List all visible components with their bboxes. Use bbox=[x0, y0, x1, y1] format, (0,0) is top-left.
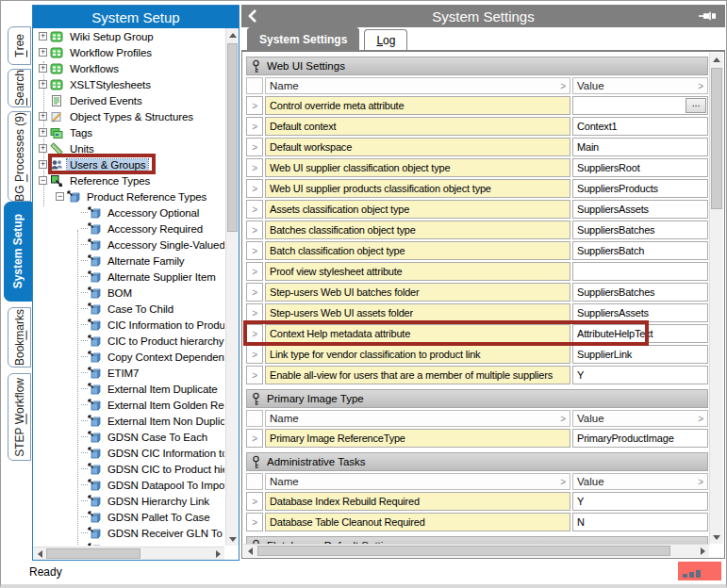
scroll-up-arrow[interactable] bbox=[710, 53, 723, 66]
column-header-name[interactable]: Name> bbox=[265, 77, 570, 94]
setting-name-cell[interactable]: Default workspace bbox=[265, 138, 570, 156]
setting-value-cell[interactable]: SupplierLink bbox=[572, 345, 708, 364]
setting-value-cell[interactable]: SuppliersBatches bbox=[572, 283, 708, 302]
scroll-down-arrow[interactable] bbox=[226, 532, 240, 546]
tree-item-external-item-non-duplicat[interactable]: External Item Non Duplicat bbox=[34, 413, 224, 429]
setting-value-cell[interactable]: N bbox=[572, 513, 708, 531]
tree-expander-icon[interactable]: − bbox=[56, 192, 64, 201]
ellipsis-button[interactable]: ... bbox=[686, 98, 706, 113]
setting-value-cell[interactable] bbox=[572, 262, 708, 281]
tree-expander-icon[interactable]: − bbox=[39, 176, 47, 185]
tree-vertical-scrollbar[interactable] bbox=[225, 28, 239, 546]
tree-item-gdsn-receiver-gln-to-imp[interactable]: GDSN Receiver GLN To Imp bbox=[34, 525, 224, 541]
setting-name-cell[interactable]: Control override meta attribute bbox=[265, 96, 570, 115]
tree-item-wiki-setup-group[interactable]: +Wiki Setup Group bbox=[34, 28, 224, 44]
tree-item-bom[interactable]: BOM bbox=[34, 285, 224, 301]
tree-horizontal-scrollbar[interactable] bbox=[33, 547, 224, 560]
setting-value-cell[interactable]: SuppliersRoot bbox=[572, 158, 708, 177]
row-handle[interactable]: > bbox=[246, 324, 263, 343]
tree-item-gdsn-registration-to-prod[interactable]: GDSN Registration To Prod bbox=[34, 541, 224, 546]
row-handle[interactable]: > bbox=[246, 117, 263, 136]
setting-name-cell[interactable]: Primary Image ReferenceType bbox=[265, 429, 570, 448]
setting-name-cell[interactable]: Proof view stylesheet attribute bbox=[265, 262, 570, 281]
tree-item-gdsn-case-to-each[interactable]: GDSN Case To Each bbox=[34, 429, 224, 445]
tree-item-users-groups[interactable]: +Users & Groups bbox=[34, 156, 224, 172]
setting-value-cell[interactable]: Context1 bbox=[572, 117, 708, 136]
setting-value-cell[interactable]: Y bbox=[572, 492, 708, 511]
vertical-tab-bg-processes-9[interactable]: BG Processes (9) bbox=[8, 111, 31, 202]
setting-name-cell[interactable]: Assets classification object type bbox=[265, 200, 570, 219]
tree-item-gdsn-datapool-to-import[interactable]: GDSN Datapool To Import bbox=[34, 477, 224, 493]
tree-item-object-types-structures[interactable]: +Object Types & Structures bbox=[34, 108, 224, 124]
tree-item-derived-events[interactable]: Derived Events bbox=[34, 92, 224, 108]
setting-value-cell[interactable]: SuppliersBatch bbox=[572, 241, 708, 260]
pin-icon[interactable] bbox=[699, 10, 718, 22]
column-header-name[interactable]: Name> bbox=[265, 473, 570, 490]
tree-item-gdsn-cic-information-to-p[interactable]: GDSN CIC Information to P bbox=[34, 445, 224, 461]
tree-item-cic-information-to-produc[interactable]: CIC Information to Produc bbox=[34, 317, 224, 333]
setting-name-cell[interactable]: Batches classification object type bbox=[265, 220, 570, 239]
tab-log[interactable]: Log bbox=[364, 29, 407, 50]
settings-horizontal-scrollbar[interactable] bbox=[243, 544, 709, 557]
tree-item-external-item-duplicate[interactable]: External Item Duplicate bbox=[34, 381, 224, 397]
tab-system-settings[interactable]: System Settings bbox=[247, 27, 359, 50]
setting-value-cell[interactable]: SuppliersProducts bbox=[572, 179, 708, 198]
vertical-tab-system-setup[interactable]: System Setup bbox=[4, 202, 32, 302]
setting-value-cell[interactable]: SuppliersAssets bbox=[572, 200, 708, 219]
scroll-left-arrow[interactable] bbox=[33, 547, 46, 561]
row-handle[interactable]: > bbox=[246, 179, 263, 198]
setting-name-cell[interactable]: Link type for vendor classification to p… bbox=[265, 345, 570, 364]
tree-expander-icon[interactable]: + bbox=[39, 64, 47, 73]
row-handle[interactable]: > bbox=[246, 366, 263, 384]
section-header[interactable]: Primary Image Type bbox=[246, 389, 708, 408]
setting-value-cell[interactable]: Main bbox=[572, 138, 708, 156]
tree-item-alternate-supplier-item[interactable]: Alternate Supplier Item bbox=[34, 269, 224, 285]
section-header[interactable]: Web UI Settings bbox=[246, 57, 708, 75]
tree-item-product-reference-types[interactable]: −Product Reference Types bbox=[34, 188, 224, 204]
scroll-up-arrow[interactable] bbox=[226, 28, 240, 41]
row-handle[interactable]: > bbox=[246, 303, 263, 322]
tree-item-external-item-golden-reco[interactable]: External Item Golden Reco bbox=[34, 397, 224, 413]
setting-value-cell[interactable]: SuppliersAssets bbox=[572, 303, 708, 322]
vertical-tab-search[interactable]: Search bbox=[8, 69, 31, 107]
tree-item-reference-types[interactable]: −Reference Types bbox=[34, 172, 224, 188]
row-handle[interactable]: > bbox=[246, 158, 263, 177]
tree-item-tags[interactable]: +Tags bbox=[34, 124, 224, 140]
vertical-tab-tree[interactable]: Tree bbox=[8, 26, 31, 65]
tree-item-gdsn-cic-to-product-hiera[interactable]: GDSN CIC to Product hiera bbox=[34, 461, 224, 477]
setting-value-cell[interactable]: AttributeHelpText bbox=[572, 324, 708, 343]
row-handle[interactable]: > bbox=[246, 241, 263, 260]
tree-item-gdsn-hierarchy-link[interactable]: GDSN Hierarchy Link bbox=[34, 493, 224, 509]
column-header-value[interactable]: Value> bbox=[572, 77, 708, 94]
row-handle[interactable]: > bbox=[246, 138, 263, 156]
scrollbar-thumb[interactable] bbox=[711, 68, 722, 209]
tree-expander-icon[interactable]: + bbox=[39, 144, 47, 153]
row-handle[interactable]: > bbox=[246, 200, 263, 219]
tree-item-gdsn-pallet-to-case[interactable]: GDSN Pallet To Case bbox=[34, 509, 224, 525]
tree-item-xsltstylesheets[interactable]: +XSLTStylesheets bbox=[34, 76, 224, 92]
column-header-value[interactable]: Value> bbox=[572, 410, 708, 427]
row-handle[interactable]: > bbox=[246, 283, 263, 302]
setting-name-cell[interactable]: Batch classification object type bbox=[265, 241, 570, 260]
scroll-down-arrow[interactable] bbox=[710, 531, 723, 544]
setting-name-cell[interactable]: Enable all-view for users that are a mem… bbox=[265, 366, 570, 384]
tree-item-accessory-optional[interactable]: Accessory Optional bbox=[34, 204, 224, 220]
tree-item-cic-to-product-hierarchy-r[interactable]: CIC to Product hierarchy r bbox=[34, 333, 224, 349]
column-header-value[interactable]: Value> bbox=[572, 473, 708, 490]
setting-name-cell[interactable]: Context Help metadata attribute bbox=[265, 324, 570, 343]
setting-name-cell[interactable]: Database Index Rebuild Required bbox=[265, 492, 570, 511]
section-header[interactable]: Flatplanner Default Settings bbox=[246, 536, 708, 544]
row-handle[interactable]: > bbox=[246, 96, 263, 115]
tree-expander-icon[interactable]: + bbox=[39, 128, 47, 137]
tree-expander-icon[interactable]: + bbox=[39, 48, 47, 57]
row-handle[interactable]: > bbox=[246, 262, 263, 281]
section-header[interactable]: Administrative Tasks bbox=[246, 452, 708, 471]
tree-item-alternate-family[interactable]: Alternate Family bbox=[34, 253, 224, 269]
vertical-tab-step-workflow[interactable]: STEP Workflow bbox=[8, 373, 31, 461]
row-handle[interactable]: > bbox=[246, 345, 263, 364]
setting-name-cell[interactable]: Default context bbox=[265, 117, 570, 136]
tree-expander-icon[interactable]: + bbox=[39, 32, 47, 41]
vertical-tab-bookmarks[interactable]: Bookmarks bbox=[8, 307, 31, 368]
tree-item-accessory-single-valued[interactable]: Accessory Single-Valued bbox=[34, 237, 224, 253]
row-handle[interactable]: > bbox=[246, 492, 263, 511]
